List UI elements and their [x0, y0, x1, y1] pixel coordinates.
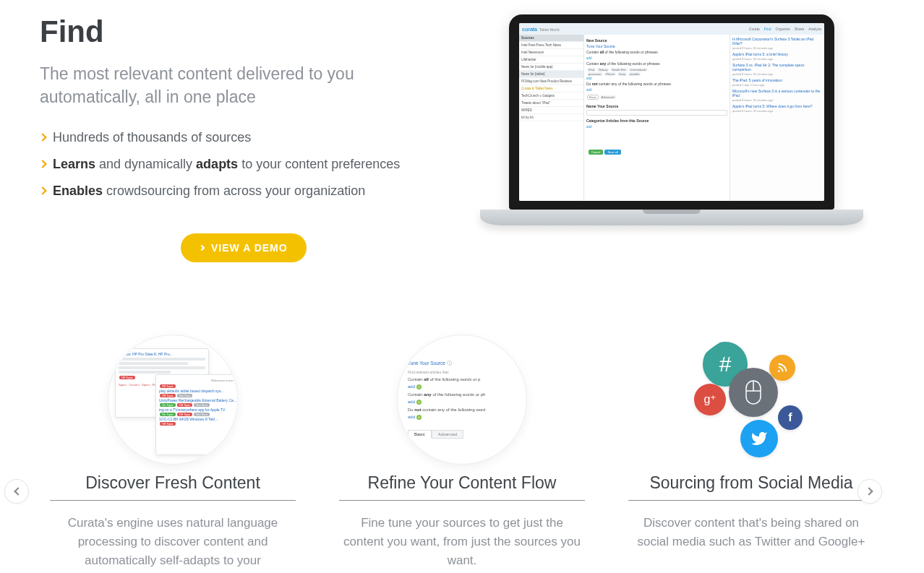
feature-card: # g⁺ f Sourcing from Social Media Discov…: [628, 335, 874, 573]
hero-title: Find: [40, 14, 430, 49]
chevron-right-icon: [865, 487, 873, 495]
hero-section: Find The most relevant content delivered…: [0, 0, 924, 262]
view-demo-button[interactable]: VIEW A DEMO: [181, 233, 307, 262]
hero-bullet: Learns and dynamically adapts to your co…: [40, 151, 430, 178]
chevron-right-icon: [38, 186, 46, 194]
feature-card: Tune Your Source ⓘ Find relevant article…: [339, 335, 585, 573]
google-plus-icon: g⁺: [694, 384, 726, 415]
hero-illustration: curata Tablet World Curate Find Organize…: [459, 14, 884, 262]
feature-title: Sourcing from Social Media: [628, 473, 874, 501]
hero-bullets: Hundreds of thousands of sources Learns …: [40, 124, 430, 204]
feature-illustration: Is India: HP Pro Slate 8, HP Pro... Off …: [108, 335, 238, 465]
hero-bullet: Enables crowdsourcing from across your o…: [40, 178, 430, 204]
hero-bullet: Hundreds of thousands of sources: [40, 124, 430, 151]
feature-desc: Discover content that's being shared on …: [628, 514, 874, 552]
facebook-icon: f: [778, 405, 803, 430]
svg-point-0: [778, 370, 780, 372]
rss-icon: [769, 355, 795, 381]
app-screenshot: curata Tablet World Curate Find Organize…: [519, 23, 824, 201]
carousel-prev-button[interactable]: [4, 479, 29, 504]
hero-copy: Find The most relevant content delivered…: [40, 14, 430, 262]
chevron-right-icon: [199, 245, 205, 251]
feature-title: Refine Your Content Flow: [339, 473, 585, 501]
feature-title: Discover Fresh Content: [50, 473, 296, 501]
feature-desc: Fine tune your sources to get just the c…: [339, 514, 585, 571]
chevron-left-icon: [14, 487, 22, 495]
twitter-icon: [740, 420, 778, 457]
feature-desc: Curata's engine uses natural language pr…: [50, 514, 296, 573]
carousel-next-button[interactable]: [857, 479, 882, 504]
feature-card: Is India: HP Pro Slate 8, HP Pro... Off …: [50, 335, 296, 573]
chevron-right-icon: [38, 160, 46, 168]
feature-illustration: # g⁺ f: [686, 335, 816, 465]
chevron-right-icon: [38, 134, 46, 142]
feature-illustration: Tune Your Source ⓘ Find relevant article…: [397, 335, 527, 465]
hero-subtitle: The most relevant content delivered to y…: [40, 62, 430, 108]
features-section: Is India: HP Pro Slate 8, HP Pro... Off …: [0, 262, 924, 573]
mouse-icon: [729, 368, 778, 417]
laptop-mockup: curata Tablet World Curate Find Organize…: [480, 14, 863, 262]
